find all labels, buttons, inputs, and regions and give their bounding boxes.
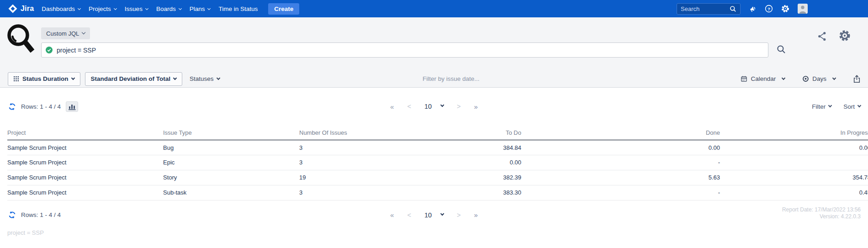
report-date-label: Report Date: 17/Mar/2022 13:56 [782, 206, 861, 213]
pagination-last-button[interactable]: » [474, 211, 478, 219]
eye-icon [802, 75, 809, 82]
cell-issue-type: Story [163, 170, 299, 185]
cell-project: Sample Scrum Project [7, 185, 163, 200]
cell-in-progress: 0.00 [720, 140, 868, 155]
cell-in-progress: 354.78 [720, 170, 868, 185]
time-unit-dropdown[interactable]: Days [802, 75, 836, 82]
chevron-down-icon [857, 104, 861, 107]
pagination-bottom: « < 10 > » [390, 208, 478, 222]
chevron-down-icon [440, 211, 444, 215]
table-row: Sample Scrum Project Sub-task 3 383.30 -… [7, 185, 868, 200]
filter-label: Filter [812, 103, 826, 110]
chevron-down-icon [207, 6, 211, 10]
sort-label: Sort [843, 103, 855, 110]
cell-project: Sample Scrum Project [7, 140, 163, 155]
nav-item-dashboards[interactable]: Dashboards [37, 0, 85, 17]
chevron-down-icon [173, 76, 177, 79]
cell-issue-type: Bug [163, 140, 299, 155]
jira-logo[interactable]: Jira [8, 4, 34, 13]
run-query-search-icon[interactable] [777, 45, 786, 54]
statuses-dropdown[interactable]: Statuses [190, 75, 220, 82]
pagination-first-button[interactable]: « [390, 211, 394, 219]
pagination-first-button[interactable]: « [390, 103, 394, 111]
table-row: Sample Scrum Project Story 19 382.39 5.6… [7, 170, 868, 185]
cell-issue-type: Epic [163, 155, 299, 170]
create-button[interactable]: Create [268, 3, 299, 15]
page-size-dropdown[interactable]: 10 [424, 211, 444, 219]
nav-search-box[interactable] [677, 3, 741, 15]
nav-item-issues[interactable]: Issues [121, 0, 152, 17]
refresh-icon[interactable] [8, 211, 16, 219]
metric-button[interactable]: Standard Deviation of Total [85, 72, 183, 86]
page-size-dropdown[interactable]: 10 [424, 103, 444, 110]
chevron-down-icon [145, 6, 148, 10]
table-header-row: Project Issue Type Number Of Issues To D… [7, 126, 868, 140]
cell-in-progress: 0.45 [720, 185, 868, 200]
nav-item-plans[interactable]: Plans [185, 0, 215, 17]
sort-dropdown[interactable]: Sort [843, 103, 861, 110]
page-size-value: 10 [424, 103, 432, 110]
filter-dropdown[interactable]: Filter [812, 103, 831, 110]
nav-item-projects[interactable]: Projects [85, 0, 121, 17]
help-icon[interactable]: ? [765, 5, 773, 13]
issue-date-filter[interactable]: Filter by issue date... [423, 75, 480, 82]
chevron-down-icon [782, 76, 785, 79]
nav-item-time-in-status[interactable]: Time in Status [214, 0, 262, 17]
grid-icon [14, 76, 19, 81]
nav-item-boards[interactable]: Boards [152, 0, 185, 17]
nav-right-group: ? [677, 3, 808, 15]
column-header-project: Project [7, 126, 163, 140]
brand-name: Jira [21, 5, 34, 13]
toolbar-right-group: Calendar Days [741, 71, 861, 86]
calendar-label: Calendar [751, 75, 776, 82]
jql-input[interactable] [57, 47, 764, 54]
export-icon[interactable] [853, 75, 861, 83]
pagination-next-button[interactable]: > [457, 211, 460, 219]
list-controls-bottom: Rows: 1 - 4 / 4 « < 10 > » Report Date: … [0, 208, 868, 222]
pagination-last-button[interactable]: » [474, 103, 478, 111]
jql-input-box[interactable] [41, 42, 768, 58]
nav-item-label: Issues [125, 5, 143, 12]
nav-item-label: Dashboards [42, 5, 75, 12]
cell-to-do: 0.00 [372, 155, 521, 170]
report-toolbar: Status Duration Standard Deviation of To… [0, 71, 868, 86]
announcements-megaphone-icon[interactable] [749, 5, 757, 13]
share-icon[interactable] [817, 31, 827, 42]
cell-done: 0.00 [521, 140, 720, 155]
query-mode-button[interactable]: Custom JQL [41, 27, 90, 39]
nav-search-input[interactable] [681, 5, 730, 12]
chevron-down-icon [78, 6, 81, 10]
settings-gear-icon[interactable] [781, 5, 789, 13]
chevron-down-icon [82, 31, 85, 34]
cell-in-progress: - [720, 155, 868, 170]
report-type-button[interactable]: Status Duration [8, 72, 80, 86]
calendar-dropdown[interactable]: Calendar [741, 75, 785, 82]
pagination-next-button[interactable]: > [457, 103, 460, 110]
magnifier-app-logo-icon [6, 23, 36, 56]
search-icon [730, 5, 736, 12]
valid-check-icon [46, 47, 53, 53]
report-settings-gear-icon[interactable] [839, 30, 851, 42]
column-header-in-progress: In Progress [720, 126, 868, 140]
report-type-label: Status Duration [22, 75, 69, 82]
nav-item-label: Plans [190, 5, 205, 12]
jql-query-area: Custom JQL [41, 27, 768, 58]
cell-to-do: 383.30 [372, 185, 521, 200]
pagination-prev-button[interactable]: < [407, 103, 411, 110]
user-avatar[interactable] [798, 4, 808, 14]
status-duration-table: Project Issue Type Number Of Issues To D… [7, 126, 868, 201]
chevron-down-icon [440, 103, 444, 107]
pagination-prev-button[interactable]: < [407, 211, 411, 219]
chart-view-button[interactable] [66, 101, 78, 112]
calendar-icon [741, 75, 747, 82]
cell-to-do: 384.84 [372, 140, 521, 155]
cell-done: - [521, 155, 720, 170]
chevron-down-icon [828, 104, 832, 107]
refresh-icon[interactable] [8, 103, 16, 111]
chevron-down-icon [216, 76, 220, 79]
cell-number-of-issues: 19 [299, 170, 372, 185]
cell-issue-type: Sub-task [163, 185, 299, 200]
cell-number-of-issues: 3 [299, 140, 372, 155]
rows-count-label: Rows: 1 - 4 / 4 [21, 211, 61, 218]
page-size-value: 10 [424, 211, 432, 219]
